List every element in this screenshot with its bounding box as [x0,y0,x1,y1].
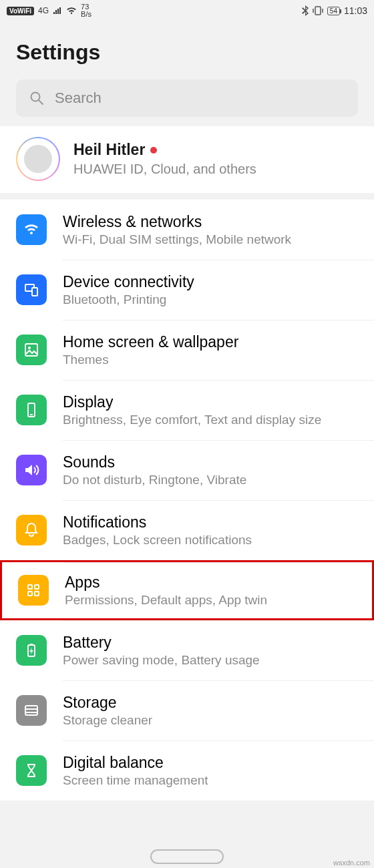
item-sub: Storage cleaner [63,713,367,728]
status-right: 54 11:03 [302,5,367,16]
svg-rect-14 [30,644,33,645]
bell-icon [16,515,47,546]
item-sub: Screen time management [63,773,367,788]
svg-rect-12 [35,592,39,596]
item-wireless[interactable]: Wireless & networks Wi-Fi, Dual SIM sett… [0,200,374,260]
account-subtitle: HUAWEI ID, Cloud, and others [73,162,256,177]
page-title: Settings [16,40,358,65]
item-digital-balance[interactable]: Digital balance Screen time management [0,740,374,801]
item-sub: Brightness, Eye comfort, Text and displa… [63,413,367,427]
item-notifications[interactable]: Notifications Badges, Lock screen notifi… [0,500,374,560]
item-device-connectivity[interactable]: Device connectivity Bluetooth, Printing [0,260,374,320]
search-icon [29,91,44,105]
avatar [16,137,60,181]
notification-dot [150,147,157,154]
svg-rect-0 [315,7,321,15]
svg-rect-5 [25,344,37,356]
item-title: Display [63,393,367,411]
item-title: Notifications [63,513,367,531]
item-display[interactable]: Display Brightness, Eye comfort, Text an… [0,380,374,440]
status-left: VoWiFi 4G 73B/s [7,3,91,18]
network-label: 4G [38,6,49,15]
item-sub: Wi-Fi, Dual SIM settings, Mobile network [63,232,367,247]
item-home-screen[interactable]: Home screen & wallpaper Themes [0,320,374,380]
svg-rect-15 [25,706,37,715]
watermark: wsxdn.com [333,859,370,867]
page-title-area: Settings [0,21,374,79]
item-sub: Badges, Lock screen notifications [63,533,367,548]
wifi-status-icon [66,7,77,15]
storage-icon [16,695,47,726]
devices-icon [16,274,47,305]
clock-time: 11:03 [344,5,367,16]
battery-status-icon: 54 [327,7,340,15]
item-title: Sounds [63,453,367,471]
item-battery[interactable]: Battery Power saving mode, Battery usage [0,620,374,680]
sound-icon [16,455,47,485]
item-title: Apps [65,574,365,592]
item-title: Wireless & networks [63,213,367,231]
account-text: Heil Hitler HUAWEI ID, Cloud, and others [73,141,256,177]
signal-icon [53,7,62,15]
svg-point-6 [28,347,31,349]
hourglass-icon [16,755,47,786]
gesture-nav-pill[interactable] [150,849,224,864]
item-title: Home screen & wallpaper [63,333,367,351]
vibrate-icon [313,6,323,15]
vowifi-badge: VoWiFi [7,7,34,15]
item-sub: Bluetooth, Printing [63,292,367,307]
item-sub: Permissions, Default apps, App twin [65,593,365,608]
account-name-row: Heil Hitler [73,141,256,159]
account-name: Heil Hitler [73,141,145,159]
item-title: Digital balance [63,754,367,772]
svg-rect-4 [32,288,37,296]
item-title: Storage [63,694,367,712]
item-sub: Power saving mode, Battery usage [63,653,367,668]
item-sub: Do not disturb, Ringtone, Vibrate [63,473,367,487]
search-input[interactable]: Search [16,79,358,117]
battery-icon [16,635,47,666]
item-storage[interactable]: Storage Storage cleaner [0,680,374,740]
image-icon [16,335,47,365]
grid-icon [18,575,49,606]
phone-icon [16,395,47,425]
item-title: Battery [63,634,367,652]
account-row[interactable]: Heil Hitler HUAWEI ID, Cloud, and others [0,126,374,200]
search-placeholder: Search [55,89,102,107]
status-bar: VoWiFi 4G 73B/s 54 11:03 [0,0,374,21]
svg-line-2 [39,100,43,104]
item-apps[interactable]: Apps Permissions, Default apps, App twin [0,560,374,620]
item-sounds[interactable]: Sounds Do not disturb, Ringtone, Vibrate [0,440,374,500]
item-sub: Themes [63,353,367,367]
net-speed: 73B/s [81,3,91,18]
svg-rect-11 [28,592,32,596]
svg-rect-9 [28,585,32,589]
settings-list: Wireless & networks Wi-Fi, Dual SIM sett… [0,200,374,801]
item-title: Device connectivity [63,273,367,291]
bluetooth-icon [302,5,309,16]
svg-rect-10 [35,585,39,589]
wifi-icon [16,214,47,245]
